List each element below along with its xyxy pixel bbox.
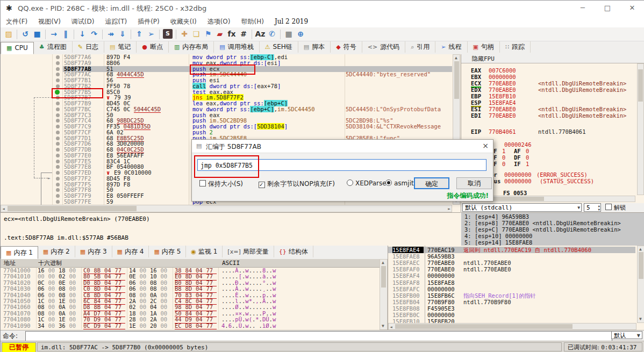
dialog-titlebar[interactable]: ▤ 汇编于 5D8F77AB × <box>192 140 493 153</box>
attach-icon[interactable]: ✆ <box>266 28 278 40</box>
tab-log[interactable]: ✎日志 <box>73 41 104 53</box>
row-dot[interactable] <box>56 55 60 59</box>
stack-row[interactable]: 15E8FB04770B9F80ntdll.770B9F80 <box>388 299 635 305</box>
stack-row[interactable]: 15E8FB0015E8FB6C指向SEH_Record[1]的指针 <box>388 292 635 299</box>
row-dot[interactable] <box>56 61 60 65</box>
row-dot[interactable] <box>56 78 60 82</box>
row-dot[interactable] <box>56 84 60 88</box>
row-dot[interactable] <box>56 148 60 152</box>
step-over-icon[interactable]: ↷ <box>88 28 100 40</box>
tab-seh-chain[interactable]: ⚠SEH链 <box>260 41 298 53</box>
menu-item-帮助H[interactable]: 帮助(H) <box>235 16 269 28</box>
ok-button[interactable]: 确定 <box>414 177 449 189</box>
argument-row[interactable]: 1: [esp+4] 96A59BB3 <box>464 213 529 220</box>
dialog-close-icon[interactable]: × <box>482 141 489 150</box>
stack-row[interactable]: 15E8FAEC770EABE0ntdll.770EABE0 <box>388 260 635 266</box>
comment-icon[interactable]: ❏ <box>190 28 202 40</box>
execute-till-return-icon[interactable]: ⇓ <box>117 28 128 40</box>
stack-row[interactable]: 15E8FAFC00000000 <box>388 286 635 292</box>
tab-dump-4[interactable]: ▦内存 4 <box>112 246 149 257</box>
row-dot[interactable] <box>56 188 60 192</box>
stack-row[interactable]: 15E8FAF815E8FAE8 <box>388 279 635 286</box>
tab-trace[interactable]: ∷跟踪 <box>500 41 531 53</box>
run-to-user-code-icon[interactable]: ➢ <box>145 28 157 40</box>
tab-locals[interactable]: [x=]局部变量 <box>223 246 274 257</box>
step-into-icon[interactable]: ↓ <box>76 28 88 40</box>
argument-row[interactable]: 5: [esp+14] 15E8FAE8 <box>464 239 532 246</box>
row-dot[interactable] <box>56 113 60 117</box>
stop-icon[interactable]: ■ <box>31 28 43 40</box>
tab-graph[interactable]: ♣流程图 <box>34 41 73 53</box>
disasm-hscrollbar[interactable]: ◄► <box>1 205 452 212</box>
stack-row[interactable]: 15E8FAE896A59BB3 <box>388 253 635 260</box>
menu-item-视图V[interactable]: 视图(V) <box>33 16 66 28</box>
tab-dump-1[interactable]: ▦内存 1 <box>1 246 38 259</box>
strings-icon[interactable]: Az <box>254 28 266 40</box>
bookmark-icon[interactable]: ▰ <box>214 28 226 40</box>
row-dot[interactable] <box>56 67 60 71</box>
close-button[interactable]: ✕ <box>620 1 644 16</box>
tab-references[interactable]: ⌕引用 <box>405 41 435 53</box>
tab-struct[interactable]: {}结构体 <box>274 246 313 257</box>
tab-breakpoints[interactable]: ●断点 <box>137 41 169 53</box>
menu-item-调试D[interactable]: 调试(D) <box>66 16 100 28</box>
row-dot[interactable] <box>56 137 60 140</box>
row-dot[interactable] <box>56 165 60 169</box>
tab-watch-1[interactable]: ◉监视 1 <box>186 246 223 257</box>
xedparse-radio[interactable]: XEDParse <box>347 179 387 187</box>
tab-memory-map[interactable]: ▥内存布局 <box>169 41 214 53</box>
row-dot[interactable] <box>56 183 60 186</box>
tab-dump-3[interactable]: ▦内存 3 <box>75 246 112 257</box>
tab-dump-5[interactable]: ▦内存 5 <box>149 246 186 257</box>
menu-item-选项O[interactable]: 选项(O) <box>202 16 236 28</box>
argument-row[interactable]: 4: [esp+10] 00000000 <box>464 233 532 239</box>
scylla-icon[interactable]: S <box>163 29 173 39</box>
menu-item-收藏夹I[interactable]: 收藏夹(I) <box>165 16 202 28</box>
stack-row[interactable]: 15E8FAF400000000 <box>388 272 635 279</box>
row-dot[interactable] <box>56 160 60 163</box>
row-dot[interactable] <box>56 154 60 157</box>
tab-notes[interactable]: ▤笔记 <box>104 41 137 53</box>
command-input[interactable] <box>25 331 612 341</box>
asmjit-radio[interactable]: asmjit <box>385 179 414 187</box>
row-dot[interactable] <box>56 194 60 198</box>
row-dot[interactable] <box>56 107 60 111</box>
keep-size-checkbox[interactable]: 保持大小(S) <box>199 179 243 189</box>
callconv-dropdown[interactable]: 默认 (stdcall)▼ <box>462 203 582 212</box>
tab-cpu[interactable]: ▦CPU <box>1 42 34 54</box>
minimize-button[interactable]: ─ <box>570 1 595 16</box>
row-dot[interactable] <box>56 200 60 204</box>
patch-icon[interactable]: ✚ <box>178 28 190 40</box>
tab-dump-2[interactable]: ▦内存 2 <box>38 246 75 257</box>
argument-row[interactable]: 2: [esp+8] 770EABE0 <ntdll.DbgUiRemoteBr… <box>464 220 621 226</box>
menu-item-追踪T[interactable]: 追踪(T) <box>99 16 132 28</box>
tab-call-stack[interactable]: ▤调用堆栈 <box>214 41 259 53</box>
command-preset-dropdown[interactable]: 默认▼ <box>611 331 642 339</box>
hide-fpu-toggle[interactable]: 隐藏FPU <box>461 54 644 63</box>
row-dot[interactable] <box>56 171 60 175</box>
tab-symbols[interactable]: ◆符号 <box>331 41 362 53</box>
open-file-icon[interactable]: ▨ <box>3 28 15 40</box>
row-dot[interactable] <box>56 142 60 146</box>
stack-row[interactable]: 15E8FB08F45905E3 <box>388 305 635 312</box>
row-dot[interactable] <box>56 131 60 134</box>
row-dot[interactable] <box>56 73 60 76</box>
menu-item-插件P[interactable]: 插件(P) <box>132 16 165 28</box>
memory-dump-panel[interactable]: 地址 十六进制 ASCII 7704100016001800C08B047714… <box>1 259 388 330</box>
row-dot[interactable] <box>56 102 60 105</box>
unlock-checkbox[interactable]: 解锁 <box>605 204 626 212</box>
hash-icon[interactable]: # <box>238 28 249 40</box>
tab-source[interactable]: <>源代码 <box>362 41 405 53</box>
calculator-icon[interactable]: ▦ <box>283 28 295 40</box>
stack-row[interactable]: 15E8FAF0770EABE0ntdll.770EABE0 <box>388 266 635 272</box>
arguments-panel[interactable]: 1: [esp+4] 96A59BB32: [esp+8] 770EABE0 <… <box>461 212 644 246</box>
cancel-button[interactable]: 取消 <box>456 177 492 189</box>
tab-threads[interactable]: ➢线程 <box>435 41 467 53</box>
row-dot[interactable] <box>56 177 60 181</box>
menu-item-文件F[interactable]: 文件(F) <box>1 16 33 28</box>
pause-icon[interactable]: ‖ <box>60 28 71 40</box>
arg-count-stepper[interactable]: 5▲▼ <box>584 203 601 212</box>
stack-panel[interactable]: 15E8FAE4770EAC19返回到 ntdll.770EAC19 自 ntd… <box>388 246 644 330</box>
stack-row[interactable]: 15E8FB0C00000000 <box>388 312 635 318</box>
stack-row[interactable]: 15E8FAE4770EAC19返回到 ntdll.770EAC19 自 ntd… <box>388 247 635 253</box>
